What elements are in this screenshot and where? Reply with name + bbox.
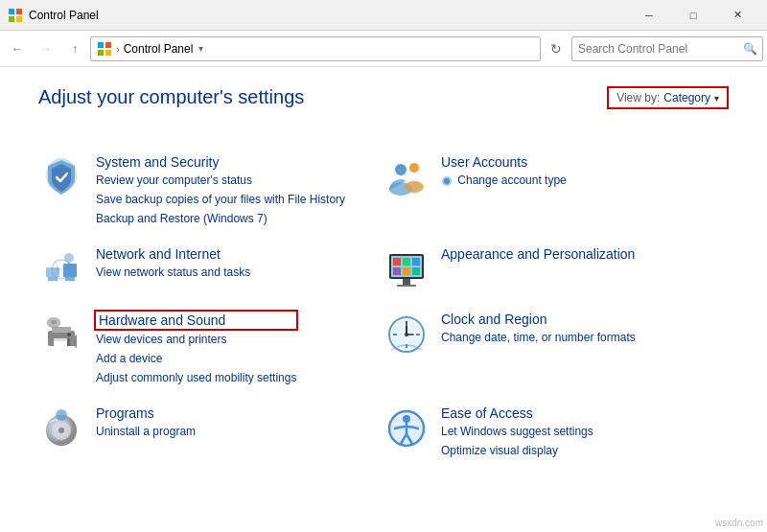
svg-rect-7	[105, 50, 111, 56]
user-accounts-content: User Accounts Change account type	[441, 154, 567, 189]
ease-link-1[interactable]: Let Windows suggest settings	[441, 423, 593, 440]
address-separator: ›	[116, 43, 120, 55]
svg-rect-27	[403, 258, 410, 266]
svg-rect-37	[54, 338, 69, 341]
hardware-title[interactable]: Hardware and Sound	[96, 312, 296, 329]
svg-rect-31	[412, 267, 420, 275]
close-button[interactable]: ✕	[715, 0, 759, 31]
ease-title[interactable]: Ease of Access	[441, 405, 593, 421]
programs-link-1[interactable]: Uninstall a program	[96, 423, 196, 440]
svg-rect-33	[397, 285, 416, 287]
svg-rect-1	[16, 9, 22, 14]
address-dropdown-arrow[interactable]: ▾	[198, 43, 203, 54]
svg-point-58	[56, 409, 67, 421]
programs-content: Programs Uninstall a program	[96, 405, 196, 440]
ease-link-2[interactable]: Optimize visual display	[441, 442, 593, 459]
window-icon	[8, 8, 23, 23]
back-button[interactable]: ←	[4, 35, 31, 62]
search-icon: 🔍	[743, 42, 757, 56]
hardware-link-2[interactable]: Add a device	[96, 350, 296, 367]
clock-content: Clock and Region Change date, time, or n…	[441, 312, 636, 346]
svg-point-9	[395, 164, 407, 175]
svg-rect-0	[9, 9, 14, 14]
category-clock: Clock and Region Change date, time, or n…	[384, 308, 729, 390]
system-security-link-1[interactable]: Review your computer's status	[96, 172, 345, 189]
clock-link-1[interactable]: Change date, time, or number formats	[441, 329, 636, 346]
category-appearance: Appearance and Personalization	[384, 243, 729, 296]
programs-title[interactable]: Programs	[96, 405, 196, 421]
category-network: Network and Internet View network status…	[38, 243, 384, 296]
svg-rect-30	[403, 267, 410, 275]
category-hardware: Hardware and Sound View devices and prin…	[38, 308, 384, 390]
top-bar: Adjust your computer's settings View by:…	[38, 86, 729, 131]
main-content: Adjust your computer's settings View by:…	[0, 67, 767, 482]
svg-rect-4	[98, 42, 104, 48]
network-icon	[38, 246, 84, 292]
appearance-content: Appearance and Personalization	[441, 246, 635, 262]
system-security-link-2[interactable]: Save backup copies of your files with Fi…	[96, 191, 345, 208]
svg-rect-26	[393, 258, 401, 266]
maximize-button[interactable]: □	[671, 0, 715, 31]
svg-rect-38	[67, 338, 70, 346]
svg-point-40	[67, 333, 71, 336]
address-path[interactable]: › Control Panel ▾	[90, 36, 541, 61]
window-title: Control Panel	[29, 9, 627, 22]
user-accounts-title[interactable]: User Accounts	[441, 154, 567, 170]
svg-rect-3	[16, 16, 22, 22]
address-text: Control Panel	[124, 42, 194, 56]
minimize-button[interactable]: ─	[627, 0, 671, 31]
title-bar: Control Panel ─ □ ✕	[0, 0, 767, 31]
clock-title[interactable]: Clock and Region	[441, 312, 636, 327]
appearance-icon	[384, 246, 430, 292]
svg-rect-36	[54, 340, 69, 348]
ease-icon	[384, 405, 430, 451]
svg-rect-28	[412, 258, 420, 266]
appearance-title[interactable]: Appearance and Personalization	[441, 246, 635, 262]
svg-rect-29	[393, 267, 401, 275]
categories-grid: System and Security Review your computer…	[38, 150, 729, 463]
hardware-icon	[38, 312, 84, 358]
network-title[interactable]: Network and Internet	[96, 246, 250, 262]
hardware-link-1[interactable]: View devices and printers	[96, 331, 296, 348]
watermark: wsxdn.com	[715, 518, 763, 528]
hardware-link-3[interactable]: Adjust commonly used mobility settings	[96, 369, 296, 386]
category-ease: Ease of Access Let Windows suggest setti…	[384, 402, 729, 463]
programs-icon	[38, 405, 84, 451]
svg-point-13	[407, 179, 422, 195]
user-accounts-icon	[384, 154, 430, 200]
hardware-content: Hardware and Sound View devices and prin…	[96, 312, 296, 386]
view-by-label: View by:	[616, 91, 660, 104]
system-security-icon	[38, 154, 84, 200]
system-security-content: System and Security Review your computer…	[96, 154, 345, 227]
up-button[interactable]: ↑	[61, 35, 88, 62]
refresh-button[interactable]: ↻	[543, 35, 569, 62]
forward-button[interactable]: →	[33, 35, 59, 62]
clock-icon	[384, 312, 430, 358]
svg-rect-2	[9, 16, 14, 22]
search-input[interactable]	[571, 36, 763, 61]
svg-rect-5	[105, 42, 111, 48]
ease-content: Ease of Access Let Windows suggest setti…	[441, 405, 593, 459]
user-accounts-link-1[interactable]: Change account type	[441, 172, 567, 189]
network-content: Network and Internet View network status…	[96, 246, 250, 281]
view-by-control[interactable]: View by: Category ▾	[607, 86, 729, 109]
svg-rect-6	[98, 50, 104, 56]
view-by-arrow: ▾	[714, 93, 719, 104]
category-programs: Programs Uninstall a program	[38, 402, 384, 463]
system-security-link-3[interactable]: Backup and Restore (Windows 7)	[96, 210, 345, 227]
svg-point-15	[444, 178, 450, 184]
svg-point-53	[405, 333, 408, 336]
page-title: Adjust your computer's settings	[38, 86, 304, 108]
svg-point-11	[409, 163, 419, 173]
category-system-security: System and Security Review your computer…	[38, 150, 384, 231]
system-security-title[interactable]: System and Security	[96, 154, 345, 170]
address-bar: ← → ↑ › Control Panel ▾ ↻ 🔍	[0, 31, 767, 67]
network-link-1[interactable]: View network status and tasks	[96, 264, 250, 281]
svg-point-43	[51, 320, 57, 324]
svg-rect-32	[403, 279, 410, 285]
svg-point-57	[58, 428, 64, 433]
category-user-accounts: User Accounts Change account type	[384, 150, 729, 231]
window-controls: ─ □ ✕	[627, 0, 759, 31]
search-wrapper: 🔍	[571, 36, 763, 61]
view-by-value: Category	[663, 91, 710, 104]
